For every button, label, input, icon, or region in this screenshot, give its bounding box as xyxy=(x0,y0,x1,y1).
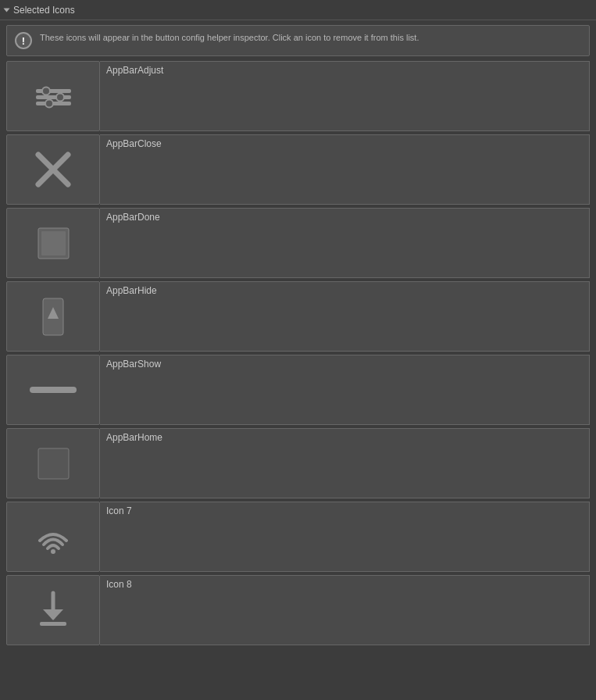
icon-label-appbarhome: AppBarHome xyxy=(106,432,162,443)
list-item[interactable]: AppBarClose xyxy=(6,134,590,205)
list-item[interactable]: AppBarAdjust xyxy=(6,61,590,131)
icon-label-bar: AppBarDone xyxy=(100,208,590,278)
svg-rect-17 xyxy=(40,622,66,626)
icon-label-bar: AppBarClose xyxy=(100,134,590,205)
icon-label-bar: Icon 7 xyxy=(100,502,590,572)
svg-point-4 xyxy=(56,93,64,101)
icon-preview-appbarhome xyxy=(6,428,100,498)
section-header[interactable]: Selected Icons xyxy=(0,0,596,20)
svg-marker-16 xyxy=(43,609,63,620)
icon-preview-appbarshow xyxy=(6,355,100,425)
collapse-triangle xyxy=(4,8,10,12)
icon-preview-appbarhide xyxy=(6,281,100,352)
svg-rect-1 xyxy=(36,95,71,99)
list-item[interactable]: AppBarShow xyxy=(6,355,590,425)
icon-label-appbarshow: AppBarShow xyxy=(106,359,161,370)
list-item[interactable]: AppBarHome xyxy=(6,428,590,498)
icon-preview-appbarclose xyxy=(6,134,100,205)
icon-label-appbarhide: AppBarHide xyxy=(106,285,157,296)
icons-list: AppBarAdjust AppBarClose AppBarDone xyxy=(0,61,596,698)
icon-label-appbardone: AppBarDone xyxy=(106,212,160,223)
svg-rect-12 xyxy=(30,387,77,393)
svg-point-14 xyxy=(51,549,55,554)
section-title: Selected Icons xyxy=(13,5,75,16)
list-item[interactable]: Icon 7 xyxy=(6,502,590,572)
icon-preview-appbardone xyxy=(6,208,100,278)
svg-rect-9 xyxy=(41,231,66,255)
icon-label-bar: AppBarHome xyxy=(100,428,590,498)
icon-label-icon7: Icon 7 xyxy=(106,505,132,516)
icon-label-appbarclose: AppBarClose xyxy=(106,138,162,149)
info-text: These icons will appear in the button co… xyxy=(40,32,581,44)
info-icon: ! xyxy=(15,32,32,49)
icon-preview-icon8 xyxy=(6,575,100,645)
svg-rect-13 xyxy=(38,448,69,479)
list-item[interactable]: Icon 8 xyxy=(6,575,590,645)
svg-point-3 xyxy=(42,87,50,95)
icon-label-bar: Icon 8 xyxy=(100,575,590,645)
svg-point-5 xyxy=(45,99,53,107)
icon-label-icon8: Icon 8 xyxy=(106,579,132,590)
list-item[interactable]: AppBarHide xyxy=(6,281,590,352)
icon-preview-appbaradjust xyxy=(6,61,100,131)
icon-label-bar: AppBarShow xyxy=(100,355,590,425)
icon-label-appbaradjust: AppBarAdjust xyxy=(106,65,163,76)
icon-label-bar: AppBarHide xyxy=(100,281,590,352)
info-banner: ! These icons will appear in the button … xyxy=(6,25,590,56)
list-item[interactable]: AppBarDone xyxy=(6,208,590,278)
svg-rect-0 xyxy=(36,89,71,93)
icon-label-bar: AppBarAdjust xyxy=(100,61,590,131)
icon-preview-icon7 xyxy=(6,502,100,572)
